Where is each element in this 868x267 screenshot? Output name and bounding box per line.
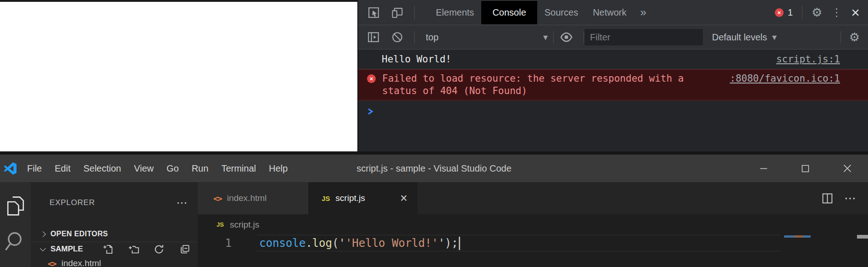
source-link[interactable]: script.js:1 [776, 54, 840, 65]
close-button[interactable] [826, 155, 868, 182]
line-number: 1 [198, 235, 257, 251]
divider [553, 31, 554, 43]
tab-close-icon[interactable]: × [400, 192, 417, 205]
console-log-text: Hello World! [382, 54, 451, 65]
vscode-logo-icon [4, 162, 17, 175]
search-icon[interactable] [5, 230, 27, 252]
chevron-down-icon: ▼ [772, 34, 777, 41]
device-toolbar-icon[interactable] [391, 7, 403, 18]
devtools-tabbar: Elements Console Sources Network » × 1 ⚙… [358, 0, 868, 25]
code-token-object: console [259, 237, 306, 250]
tab-console[interactable]: Console [481, 1, 537, 24]
explorer-toolbar [103, 244, 198, 255]
log-levels-select[interactable]: Default levels ▼ [712, 32, 777, 43]
clear-console-icon[interactable] [391, 31, 403, 43]
menu-file[interactable]: File [21, 163, 48, 174]
settings-gear-icon[interactable]: ⚙ [812, 6, 822, 18]
devtools-tabbar-right: × 1 ⚙ ⋮ × [775, 5, 868, 20]
code-line[interactable]: console.log(''Hello World!''); [257, 235, 780, 251]
filter-input[interactable] [590, 32, 696, 43]
divider [840, 31, 841, 43]
editor-tabs: <> index.html JS script.js × [198, 182, 868, 214]
code-token-method: log [312, 237, 332, 250]
more-tabs-icon[interactable]: » [640, 6, 646, 19]
js-file-icon: JS [322, 195, 330, 202]
chevron-down-icon [40, 245, 46, 251]
file-item-index-html[interactable]: <> index.html [31, 256, 198, 267]
menu-view[interactable]: View [128, 163, 160, 174]
tab-elements[interactable]: Elements [428, 0, 481, 25]
scrollbar-thumb[interactable] [857, 235, 868, 239]
breadcrumb[interactable]: JS script.js [198, 214, 868, 235]
source-link[interactable]: :8080/favicon.ico:1 [730, 72, 840, 85]
tab-label: script.js [335, 193, 365, 203]
console-settings-gear-icon[interactable]: ⚙ [849, 31, 860, 43]
frame-context-label: top [426, 32, 439, 43]
breadcrumb-file: script.js [230, 220, 259, 230]
kebab-menu-icon[interactable]: ⋮ [831, 6, 842, 18]
divider [802, 6, 802, 19]
explorer-more-actions-icon[interactable]: ⋯ [176, 196, 188, 209]
tab-sources[interactable]: Sources [537, 0, 585, 25]
explorer-files-icon[interactable] [6, 196, 25, 216]
minimap[interactable] [784, 235, 811, 238]
menu-bar: File Edit Selection View Go Run Terminal… [21, 163, 294, 174]
menu-selection[interactable]: Selection [77, 163, 128, 174]
code-area[interactable]: 1 console.log(''Hello World!''); [198, 235, 868, 267]
console-error-row: × Failed to load resource: the server re… [358, 69, 868, 100]
menu-help[interactable]: Help [262, 163, 294, 174]
chevron-right-icon [40, 231, 46, 237]
tab-label: index.html [227, 193, 267, 203]
menu-run[interactable]: Run [185, 163, 215, 174]
text-cursor [459, 237, 460, 250]
file-item-label: index.html [61, 258, 101, 267]
editor-more-actions-icon[interactable]: ⋯ [844, 191, 856, 205]
activity-bar [0, 182, 31, 267]
live-expression-eye-icon[interactable] [559, 31, 573, 43]
folder-section-sample[interactable]: SAMPLE [31, 242, 198, 256]
menu-edit[interactable]: Edit [48, 163, 77, 174]
new-file-icon[interactable] [103, 244, 113, 255]
chevron-down-icon: ▼ [543, 34, 548, 41]
prompt-chevron-icon [367, 107, 374, 116]
refresh-icon[interactable] [154, 244, 164, 255]
tab-script-js[interactable]: JS script.js × [309, 182, 417, 214]
code-token-dot: . [306, 237, 312, 250]
screen: Elements Console Sources Network » × 1 ⚙… [0, 0, 868, 267]
menu-go[interactable]: Go [160, 163, 185, 174]
split-editor-icon[interactable] [822, 193, 833, 204]
minimize-button[interactable] [743, 155, 785, 182]
console-prompt[interactable] [358, 100, 868, 116]
error-count-badge-icon[interactable]: × [775, 8, 784, 17]
vscode-main: EXPLORER ⋯ OPEN EDITORS SAMPLE [0, 182, 868, 267]
code-token-paren-open: (' [332, 237, 345, 250]
window-edge [0, 151, 868, 155]
error-line-2: status of 404 (Not Found) [382, 85, 527, 96]
error-icon: × [367, 74, 376, 83]
open-editors-section[interactable]: OPEN EDITORS [31, 226, 198, 242]
tab-index-html[interactable]: <> index.html [198, 182, 309, 214]
browser-top-edge [0, 0, 358, 2]
devtools-close-icon[interactable]: × [851, 5, 860, 20]
frame-context-select[interactable]: top ▼ [426, 32, 548, 43]
editor-actions: ⋯ [822, 182, 868, 214]
error-line-1: Failed to load resource: the server resp… [382, 73, 684, 84]
console-filter-box[interactable] [584, 29, 703, 45]
vscode-titlebar: File Edit Selection View Go Run Terminal… [0, 155, 868, 182]
window-controls [743, 155, 868, 182]
maximize-button[interactable] [785, 155, 826, 182]
folder-label: SAMPLE [50, 245, 83, 254]
menu-terminal[interactable]: Terminal [215, 163, 262, 174]
divider [584, 31, 584, 43]
tab-network[interactable]: Network [585, 0, 634, 25]
console-sidebar-icon[interactable] [367, 31, 380, 43]
collapse-all-icon[interactable] [179, 244, 189, 255]
code-token-paren-close: '); [438, 237, 458, 250]
vscode-window: File Edit Selection View Go Run Terminal… [0, 151, 868, 267]
error-count: 1 [788, 7, 793, 18]
js-file-icon: JS [217, 221, 224, 228]
inspect-element-icon[interactable] [368, 7, 379, 18]
devtools-tabs: Elements Console Sources Network » [428, 0, 646, 25]
explorer-sidebar: EXPLORER ⋯ OPEN EDITORS SAMPLE [31, 182, 198, 267]
new-folder-icon[interactable] [128, 244, 139, 255]
